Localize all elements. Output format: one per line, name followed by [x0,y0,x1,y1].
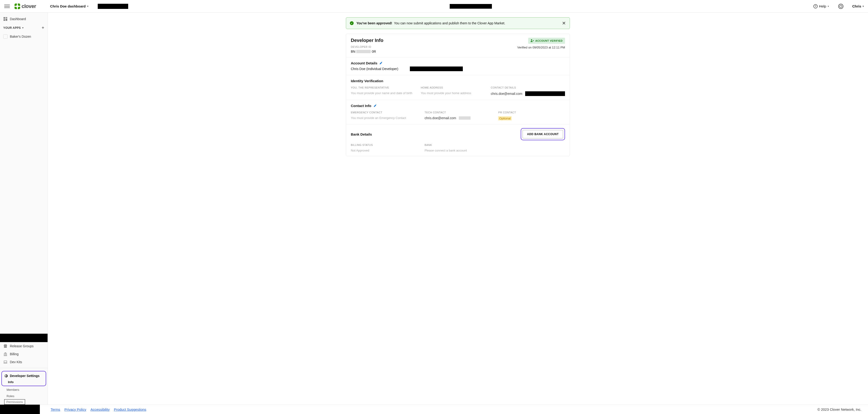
billing-text: Not Approved [351,149,417,152]
alert-text: You've been approved! You can now submit… [356,21,505,25]
bank-icon [3,352,7,356]
sidebar-subitem-info[interactable]: Info [3,379,44,384]
help-menu[interactable]: ? Help ▾ [813,4,829,8]
avatar-icon[interactable] [838,4,843,9]
user-name: Chris [852,4,861,8]
sidebar-section-your-apps[interactable]: YOUR APPS ▾ + [0,23,48,33]
rep-label: YOU, THE REPRESENTATIVE [351,86,414,89]
sidebar-item-label: Dev Kits [10,360,22,364]
emergency-label: EMERGENCY CONTACT [351,111,417,114]
sidebar-item-label: Dashboard [10,17,44,21]
tech-label: TECH CONTACT [425,111,491,114]
sidebar-item-label: Billing [10,352,19,356]
pr-optional: Optional [498,116,512,120]
app-placeholder-icon [3,34,7,39]
sidebar-item-developer-settings[interactable]: Developer Settings [3,373,44,379]
chevron-down-icon: ▾ [87,5,88,7]
check-icon: ✓ [350,21,353,25]
tech-email: chris.doe@email.com [425,116,456,120]
section-title: Account Details [351,61,377,65]
dashboard-selector-label: Chris Doe dashboard [50,4,86,8]
svg-rect-3 [3,19,5,21]
home-label: HOME ADDRESS [421,86,484,89]
sidebar: Dashboard YOUR APPS ▾ + Baker's Dozen Re… [0,13,48,405]
sidebar-subitem-roles[interactable]: Roles [0,393,48,399]
dashboard-icon [3,17,7,21]
sidebar-subitem-members[interactable]: Members [0,387,48,393]
svg-rect-2 [6,19,7,21]
page-title: Developer Info [351,38,517,43]
chevron-down-icon: ▾ [863,5,864,7]
bank-text: Please connect a bank account [425,149,491,152]
menu-icon[interactable] [4,3,10,9]
developer-id-value: BN 0R [351,49,517,54]
identity-verification-section: Identity Verification YOU, THE REPRESENT… [346,75,570,100]
dashboard-selector[interactable]: Chris Doe dashboard ▾ [50,4,88,8]
help-label: Help [819,4,826,8]
emergency-text: You must provide an Emergency Contact [351,116,417,120]
sidebar-item-dev-kits[interactable]: Dev Kits [0,358,48,366]
rep-text: You must provide your name and date of b… [351,91,414,95]
contact-email: chris.doe@email.com [491,92,522,96]
section-title: Contact Info [351,104,371,108]
gear-icon [4,374,8,378]
home-text: You must provide your home address [421,91,484,95]
app-name: Baker's Dozen [10,35,31,38]
redacted-block [0,334,48,342]
sidebar-item-billing[interactable]: Billing [0,350,48,358]
contact-info-section: Contact Info EMERGENCY CONTACT You must … [346,100,570,124]
badge-label: ACCOUNT VERIFIED [535,39,563,42]
clover-icon [14,3,20,9]
edit-icon[interactable] [373,104,377,107]
add-bank-highlight: ADD BANK ACCOUNT [521,128,565,140]
developer-settings-highlight: Developer Settings Info [1,371,46,386]
dev-id-prefix: BN [351,49,355,54]
redacted-id [356,50,371,53]
dev-id-suffix: 0R [372,49,376,54]
account-details-section: Account Details Chris Doe (Individual De… [346,57,570,75]
app-header: clover Chris Doe dashboard ▾ ? Help ▾ Ch… [0,0,868,13]
clover-logo[interactable]: clover [14,3,36,9]
alert-strong: You've been approved! [356,21,392,25]
sidebar-item-label: Developer Settings [10,374,40,378]
alert-body: You can now submit applications and publ… [394,21,505,25]
sidebar-item-label: Release Groups [10,344,33,348]
verified-on-text: Verified on 09/05/2023 at 12:11 PM [517,46,565,49]
sidebar-item-release-groups[interactable]: Release Groups [0,342,48,350]
billing-label: BILLING STATUS [351,143,417,146]
chevron-down-icon: ▾ [22,27,24,29]
logo-text: clover [22,3,36,9]
developer-id-label: DEVELOPER ID [351,45,517,48]
edit-icon[interactable] [379,62,382,65]
add-bank-account-button[interactable]: ADD BANK ACCOUNT [523,130,563,138]
close-icon[interactable]: ✕ [562,21,566,26]
user-menu[interactable]: Chris ▾ [852,4,864,8]
redacted-block [459,116,470,120]
chevron-down-icon: ▾ [828,5,829,7]
section-title: Bank Details [351,132,372,136]
bank-label: BANK [425,143,491,146]
store-icon [3,344,7,348]
section-title: Identity Verification [351,79,383,83]
verified-icon [531,39,534,42]
sidebar-subitem-permissions[interactable]: Permissions [4,399,25,405]
add-app-icon[interactable]: + [42,25,44,30]
contact-label: CONTACT DETAILS [491,86,565,89]
approval-alert: ✓ You've been approved! You can now subm… [346,17,570,29]
laptop-icon [3,360,7,364]
bank-details-section: Bank Details ADD BANK ACCOUNT BILLING ST… [346,124,570,156]
redacted-block [450,4,492,9]
redacted-block [410,67,463,71]
developer-info-card: Developer Info DEVELOPER ID BN 0R AC [346,34,570,156]
redacted-block [98,4,128,9]
main-content: ✓ You've been approved! You can now subm… [48,13,868,405]
pr-label: PR CONTACT [498,111,565,114]
section-label: YOUR APPS [3,26,21,30]
svg-rect-0 [3,17,5,19]
sidebar-item-dashboard[interactable]: Dashboard [0,15,48,23]
svg-point-5 [531,39,532,40]
account-name: Chris Doe (Individual Developer) [351,67,398,71]
sidebar-app-bakers-dozen[interactable]: Baker's Dozen [0,33,48,40]
developer-info-section: Developer Info DEVELOPER ID BN 0R AC [346,34,570,57]
redacted-block [525,91,565,96]
